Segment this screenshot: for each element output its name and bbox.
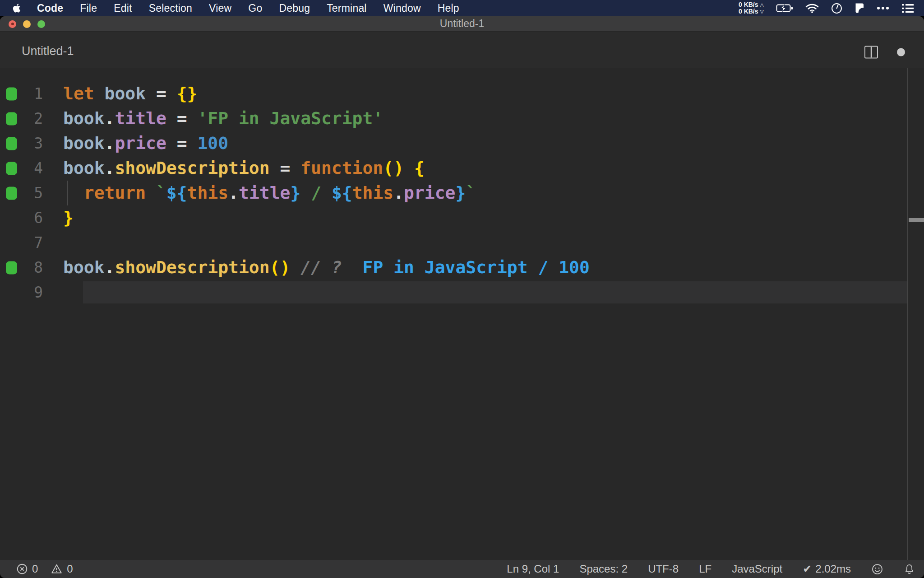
indentation-setting[interactable]: Spaces: 2 (579, 563, 628, 575)
code-token (146, 183, 156, 203)
code-token: title (239, 183, 290, 203)
language-mode[interactable]: JavaScript (732, 563, 782, 575)
code-line[interactable]: 3book.price = 100 (0, 131, 924, 156)
menu-item-terminal[interactable]: Terminal (327, 2, 367, 14)
menu-item-edit[interactable]: Edit (114, 2, 132, 14)
code-token: } (455, 183, 466, 203)
zoom-button[interactable] (37, 20, 45, 28)
code-token: book (105, 84, 146, 103)
feedback-smiley-icon[interactable] (871, 563, 883, 575)
code-token: function (300, 158, 383, 178)
cursor-position[interactable]: Ln 9, Col 1 (507, 563, 559, 575)
unsaved-changes-dot[interactable] (897, 48, 905, 56)
code-token: . (105, 133, 115, 153)
code-token: price (404, 183, 455, 203)
code-token: { (414, 158, 425, 178)
line-number: 1 (0, 81, 43, 106)
shield-icon[interactable] (855, 3, 864, 14)
code-line[interactable]: 8book.showDescription() // ? FP in JavaS… (0, 255, 924, 280)
code-line[interactable]: 1let book = {} (0, 81, 924, 106)
quokka-perf-time[interactable]: ✔2.02ms (803, 563, 851, 575)
code-token: book (63, 158, 105, 178)
code-token: / (300, 183, 332, 203)
minimize-button[interactable] (23, 20, 31, 28)
apple-menu-icon[interactable] (13, 3, 21, 13)
code-token: = (270, 158, 301, 178)
editor[interactable]: 1let book = {}2book.title = 'FP in JavaS… (0, 68, 924, 560)
line-number: 4 (0, 156, 43, 181)
code-text: return `${this.title} / ${this.price}` (63, 181, 476, 205)
code-token: ` (466, 183, 476, 203)
code-token: . (228, 183, 239, 203)
code-token: {} (177, 84, 198, 103)
code-token: book (63, 108, 105, 128)
window-title: Untitled-1 (440, 18, 484, 30)
code-token: = (146, 84, 177, 103)
errors-icon[interactable] (16, 563, 28, 575)
battery-charging-icon[interactable] (776, 4, 793, 13)
code-token: } (290, 183, 300, 203)
code-token: . (105, 108, 115, 128)
encoding-setting[interactable]: UTF-8 (648, 563, 679, 575)
code-token (94, 84, 105, 103)
menu-item-file[interactable]: File (80, 2, 97, 14)
code-token: let (63, 84, 94, 103)
code-line[interactable]: 5 return `${this.title} / ${this.price}` (0, 181, 924, 205)
code-token: ${ (166, 183, 187, 203)
code-token: price (115, 133, 166, 153)
code-token: this (187, 183, 229, 203)
code-text: book.title = 'FP in JavaScript' (63, 106, 383, 131)
menu-item-view[interactable]: View (209, 2, 231, 14)
code-token: title (115, 108, 166, 128)
window-title-bar[interactable]: Untitled-1 (0, 16, 924, 32)
code-token (404, 158, 414, 178)
code-token: ` (156, 183, 166, 203)
code-token: = (166, 133, 198, 153)
line-number: 9 (0, 280, 43, 305)
code-token: () (270, 257, 291, 277)
network-speed-indicator[interactable]: 0 KB/s△ 0 KB/s▽ (739, 1, 764, 14)
warnings-icon[interactable] (51, 563, 63, 575)
eol-setting[interactable]: LF (699, 563, 711, 575)
menu-item-help[interactable]: Help (438, 2, 459, 14)
code-line[interactable]: 4book.showDescription = function() { (0, 156, 924, 181)
split-editor-icon[interactable] (864, 46, 878, 59)
code-token: = (166, 108, 198, 128)
scrollbar-cursor-mark[interactable] (909, 218, 924, 222)
menu-item-go[interactable]: Go (248, 2, 262, 14)
code-token: return (84, 183, 146, 203)
wifi-icon[interactable] (805, 3, 819, 13)
overview-ruler-border (907, 68, 908, 560)
warnings-count[interactable]: 0 (67, 563, 73, 575)
code-text: } (63, 205, 74, 230)
code-token: 100 (197, 133, 228, 153)
close-button[interactable] (9, 20, 16, 28)
menu-item-code[interactable]: Code (37, 2, 63, 14)
menu-item-window[interactable]: Window (383, 2, 421, 14)
code-text: book.showDescription() // ? FP in JavaSc… (63, 255, 590, 280)
code-line[interactable]: 9 (0, 280, 924, 305)
code-token: // ? (300, 257, 342, 277)
menu-bar: Code File Edit Selection View Go Debug T… (0, 0, 924, 16)
code-token: . (105, 158, 115, 178)
code-line[interactable]: 2book.title = 'FP in JavaScript' (0, 106, 924, 131)
menu-item-selection[interactable]: Selection (149, 2, 192, 14)
code-token: book (63, 257, 105, 277)
tab-bar: Untitled-1 (0, 32, 924, 68)
code-token: showDescription (115, 158, 269, 178)
code-line[interactable]: 7 (0, 230, 924, 255)
code-line[interactable]: 6} (0, 205, 924, 230)
tab-untitled-1[interactable]: Untitled-1 (22, 44, 74, 58)
list-icon[interactable] (901, 4, 914, 13)
code-text: let book = {} (63, 81, 197, 106)
code-token: FP in JavaScript / 100 (363, 257, 590, 277)
notifications-bell-icon[interactable] (904, 563, 915, 575)
code-token (63, 183, 84, 203)
upload-arrow-icon: △ (760, 2, 764, 8)
ellipsis-icon[interactable] (877, 6, 889, 10)
clock-icon[interactable] (831, 3, 842, 14)
code-text: book.price = 100 (63, 131, 228, 156)
menu-item-debug[interactable]: Debug (279, 2, 310, 14)
download-arrow-icon: ▽ (760, 9, 764, 14)
errors-count[interactable]: 0 (32, 563, 38, 575)
